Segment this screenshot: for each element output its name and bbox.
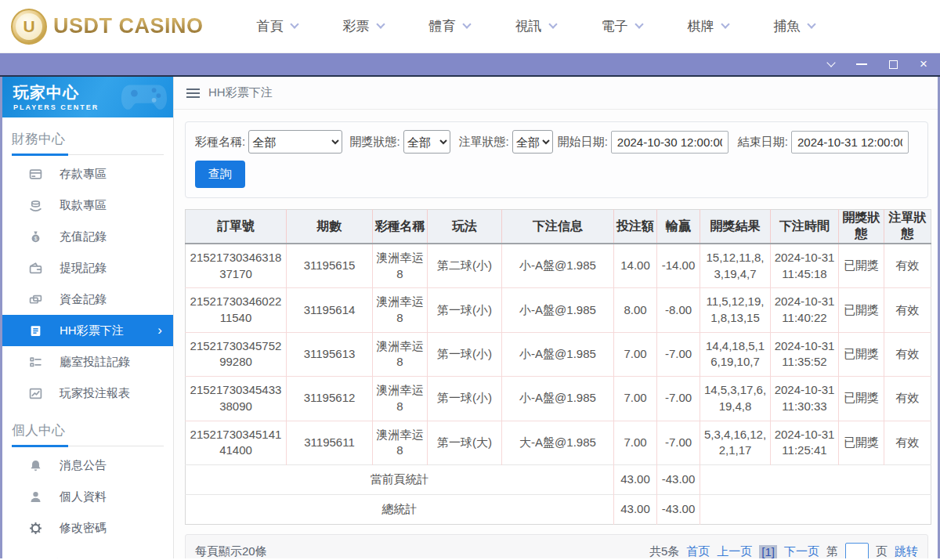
table-cell: -14.00	[657, 244, 700, 288]
minimize-icon	[856, 63, 867, 65]
sidebar-item-notice[interactable]: 消息公告	[2, 450, 173, 481]
lottery-name-select[interactable]: 全部	[248, 130, 342, 154]
table-cell: 小-A盤@1.985	[502, 244, 614, 288]
hamburger-menu-icon[interactable]	[186, 89, 200, 98]
svg-text:$: $	[34, 235, 38, 240]
sidebar-header: 玩家中心 PLAYERS CENTER	[2, 77, 173, 117]
table-cell: 11,5,12,19,1,8,13,15	[700, 288, 771, 332]
close-button[interactable]: ×	[920, 57, 927, 70]
table-cell: 已開獎	[839, 377, 884, 421]
table-cell: 2152173034602211540	[186, 288, 287, 332]
nav-item-lottery[interactable]: 彩票	[343, 17, 384, 35]
bets-table: 訂單號期數彩種名稱玩法下注信息投注額輸贏開獎結果下注時間開獎狀態注單狀態 215…	[185, 209, 931, 525]
table-cell: 第一球(大)	[428, 421, 502, 464]
minimize-button[interactable]	[856, 63, 867, 65]
bet-status-select[interactable]: 全部	[512, 130, 553, 154]
table-row: 215217303457529928031195613澳洲幸运8第一球(小)小-…	[186, 332, 931, 376]
coins-icon	[29, 293, 42, 306]
chevron-down-icon	[826, 58, 835, 67]
sidebar-item-hall-bet-record[interactable]: 廳室投註記錄	[2, 346, 173, 378]
jump-suffix: 页	[876, 544, 888, 558]
table-cell: 小-A盤@1.985	[502, 377, 614, 421]
sidebar-item-deposit-area[interactable]: 存款專區	[2, 158, 173, 190]
column-header: 開獎狀態	[839, 210, 884, 244]
chevron-down-icon	[721, 20, 729, 28]
column-header: 訂單號	[186, 210, 287, 244]
table-cell: -7.00	[657, 377, 700, 421]
table-cell: 已開獎	[839, 288, 884, 332]
table-cell: 14,4,18,5,16,19,10,7	[700, 332, 771, 376]
table-cell: -8.00	[657, 288, 700, 332]
sidebar-item-withdraw-area[interactable]: 取款專區	[2, 190, 173, 221]
table-cell: 2152173034543338090	[186, 377, 287, 421]
end-date-input[interactable]	[791, 131, 909, 154]
page-jump-input[interactable]	[845, 543, 869, 558]
money-bag-icon: $	[29, 230, 42, 244]
document-icon	[29, 324, 42, 338]
chevron-down-icon	[290, 20, 298, 28]
summary-row: 當前頁統計43.00-43.00	[186, 464, 931, 494]
list-icon	[29, 356, 42, 369]
sidebar-section-title: 代理中心	[12, 556, 164, 558]
nav-item-home[interactable]: 首頁	[257, 17, 298, 35]
sidebar-item-withdraw-record[interactable]: 提現記錄	[2, 252, 173, 284]
table-cell: 已開獎	[839, 421, 884, 464]
column-header: 下注時間	[771, 210, 839, 244]
summary-label: 當前頁統計	[186, 464, 614, 494]
table-cell: 有效	[884, 377, 931, 421]
table-cell: 8.00	[614, 288, 657, 332]
table-cell: 31195612	[287, 377, 373, 421]
start-date-input[interactable]	[611, 131, 728, 154]
table-cell: 14,5,3,17,6,19,4,8	[700, 377, 771, 421]
summary-label: 總統計	[186, 494, 614, 524]
maximize-button[interactable]	[889, 60, 898, 69]
end-date-label: 結束日期:	[738, 135, 788, 150]
report-chart-icon	[29, 387, 42, 400]
table-cell: 小-A盤@1.985	[502, 288, 614, 332]
table-cell: 31195613	[287, 332, 373, 376]
table-cell: 已開獎	[839, 332, 884, 376]
sidebar-item-profile[interactable]: 個人資料	[2, 481, 173, 512]
sidebar-item-hh-lottery-bets[interactable]: HH彩票下注›	[2, 315, 173, 346]
chevron-down-icon	[807, 20, 815, 28]
first-page-link[interactable]: 首页	[686, 544, 710, 558]
sidebar-item-funds-record[interactable]: 資金記錄	[2, 284, 173, 315]
next-page-link[interactable]: 下一页	[784, 544, 819, 558]
nav-item-cards[interactable]: 棋牌	[688, 17, 728, 35]
summary-row: 總統計43.00-43.00	[186, 494, 931, 524]
table-row: 215217303454333809031195612澳洲幸运8第一球(小)小-…	[186, 377, 931, 421]
draw-status-select[interactable]: 全部	[403, 130, 451, 154]
nav-item-slots[interactable]: 電子	[602, 17, 642, 35]
prev-page-link[interactable]: 上一页	[717, 544, 752, 558]
sidebar-item-recharge-record[interactable]: $充值記錄	[2, 221, 173, 252]
table-cell: 7.00	[614, 377, 657, 421]
nav-label: 棋牌	[688, 17, 714, 35]
jump-button[interactable]: 跳转	[895, 544, 918, 558]
start-date-label: 開始日期:	[558, 135, 608, 150]
sidebar-item-change-password[interactable]: 修改密碼	[2, 512, 173, 544]
nav-item-fishing[interactable]: 捕魚	[774, 17, 815, 35]
table-cell: 澳洲幸运8	[373, 244, 428, 288]
nav-label: 彩票	[343, 17, 370, 35]
bank-card-icon	[29, 168, 42, 181]
table-cell: 7.00	[614, 332, 657, 376]
table-cell: 有效	[884, 332, 931, 376]
summary-win-loss: -43.00	[657, 494, 700, 524]
chevron-down-icon	[634, 20, 643, 28]
lottery-name-label: 彩種名稱:	[195, 135, 245, 150]
table-cell: 已開獎	[839, 244, 884, 288]
wallet-icon	[29, 262, 42, 275]
sidebar-item-player-bet-report[interactable]: 玩家投注報表	[2, 378, 173, 409]
nav-item-sports[interactable]: 體育	[429, 17, 470, 35]
nav-label: 首頁	[257, 17, 284, 35]
jump-prefix: 第	[826, 544, 838, 558]
nav-item-live[interactable]: 視訊	[515, 17, 556, 35]
top-nav: 首頁彩票體育視訊電子棋牌捕魚	[257, 17, 815, 35]
table-row: 215217303463183717031195615澳洲幸运8第二球(小)小-…	[186, 244, 931, 288]
table-cell: 有效	[884, 421, 931, 464]
table-cell: 2152173034631837170	[186, 244, 287, 288]
search-button[interactable]: 查詢	[195, 161, 245, 188]
sidebar-section-title: 財務中心	[12, 130, 164, 148]
current-page-badge: [1]	[759, 545, 777, 558]
collapse-button[interactable]	[828, 63, 834, 66]
